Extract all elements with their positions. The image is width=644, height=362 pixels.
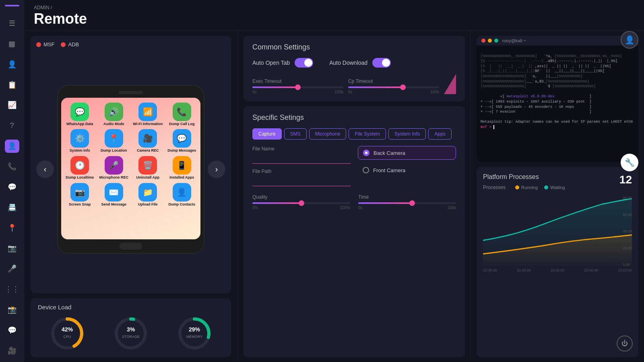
quality-slider-group: Quality 0% 100% [252, 194, 350, 210]
cpu-gauge-svg: 42% CPU [49, 315, 85, 352]
help-icon[interactable]: ? [5, 119, 19, 132]
exec-timeout-label: Exec Timeout [252, 78, 343, 84]
phone-body: 💬 WhatsApp Data 🔊 Audio Mode 📶 Wi-Fi Inf… [57, 85, 204, 254]
app-micrec-label: Microphone REC [99, 176, 128, 180]
tab-systeminfo[interactable]: System Info [388, 128, 426, 140]
wrench-button[interactable]: 🔧 [621, 154, 638, 171]
tab-microphone[interactable]: Microphone [309, 128, 347, 140]
app-screensnap-label: Screen Snap [69, 203, 91, 207]
filename-input[interactable] [252, 152, 351, 164]
storage-gauge: 3% STORAGE [113, 315, 149, 352]
quality-track [252, 202, 350, 204]
next-arrow[interactable]: › [208, 160, 225, 178]
auto-open-tab-switch[interactable] [295, 58, 313, 68]
app-audio-icon: 🔊 [105, 103, 123, 121]
quality-label: Quality [252, 194, 350, 200]
app-messages[interactable]: 💬 Dump Messages [167, 129, 198, 153]
terminal-title: rooy@kali:~ [502, 38, 526, 43]
time-fill [358, 202, 412, 204]
users-icon[interactable]: 👤 [5, 58, 19, 71]
app-localtime-icon: 🕐 [70, 156, 89, 175]
app-dumpcontacts[interactable]: 👤 Dump Contacts [167, 183, 198, 207]
app-camerarec[interactable]: 🎥 Camera REC [132, 129, 163, 153]
y-axis-labels: 80.00 60.00 40.00 20.00 0.00 [623, 195, 632, 267]
app-whatsapp-icon: 💬 [70, 103, 89, 121]
messages-icon[interactable]: 💬 [5, 323, 19, 337]
app-wifi[interactable]: 📶 Wi-Fi Information [132, 103, 163, 126]
app-location-icon: 📍 [105, 129, 123, 148]
phone-icon[interactable]: 📞 [5, 160, 19, 173]
dashboard-icon[interactable]: ▦ [5, 37, 19, 51]
app-calllog-icon: 📞 [173, 103, 191, 121]
mic-icon[interactable]: 🎤 [5, 262, 19, 276]
app-uploadfile-label: Upload File [138, 203, 158, 207]
front-camera-option[interactable]: Front Camera [358, 164, 456, 177]
app-sendmsg[interactable]: ✉️ Send Message [99, 183, 130, 207]
term-dot-green [494, 39, 498, 43]
cp-timeout-group: Cp Timeout 0s 100s [348, 78, 439, 94]
avatar[interactable]: 👤 [621, 31, 638, 49]
time-min: 0s [358, 206, 363, 210]
x-axis-labels: 22:35:00 22:45:00 22:55:00 23:05:00 23:1… [483, 268, 632, 272]
app-uninstall[interactable]: 🗑️ Uninstall App [132, 156, 163, 180]
tab-sms[interactable]: SMS [284, 128, 307, 140]
breadcrumb: ADMIN / [34, 5, 634, 10]
cp-timeout-thumb[interactable] [400, 84, 406, 90]
prev-arrow[interactable]: ‹ [36, 160, 54, 178]
contacts-icon[interactable]: 📇 [5, 201, 19, 214]
tab-capture[interactable]: Capture [252, 128, 282, 140]
time-thumb[interactable] [409, 200, 415, 206]
device-load-title: Device Load [38, 304, 224, 311]
tabs-row: Capture SMS Microphone File System Syste… [252, 128, 456, 140]
filepath-input[interactable] [252, 175, 351, 186]
auto-download-switch[interactable] [372, 58, 391, 68]
specific-settings-card: Specific Setings Capture SMS Microphone … [244, 106, 465, 357]
app-whatsapp[interactable]: 💬 WhatsApp Data [64, 103, 95, 126]
back-camera-option[interactable]: Back Camera [358, 146, 456, 160]
screenshot-icon[interactable]: 📸 [5, 303, 19, 316]
common-settings-card: Common Settings Auto Open Tab Auto Downl… [244, 36, 465, 101]
back-camera-label: Back Camera [374, 150, 405, 156]
reports-icon[interactable]: 📋 [5, 78, 19, 91]
terminal-body[interactable]: [%%%%%%%%%%%%%__%%%%%%%%%] `?a, [%%%%%%%… [477, 45, 638, 162]
quality-thumb[interactable] [299, 200, 304, 206]
profile-icon[interactable]: 👤 [5, 140, 19, 153]
video-icon[interactable]: 🎥 [5, 344, 19, 357]
app-installedapps-icon: 📱 [173, 156, 191, 175]
tab-apps[interactable]: Apps [428, 128, 451, 140]
app-audio[interactable]: 🔊 Audio Mode [99, 103, 130, 126]
adb-label: ADB [68, 41, 79, 47]
exec-timeout-min: 0s [252, 90, 257, 94]
app-calllog[interactable]: 📞 Dump Call Log [167, 103, 198, 126]
app-screensnap[interactable]: 📷 Screen Snap [64, 183, 95, 207]
app-dumpcontacts-icon: 👤 [173, 183, 191, 202]
camera-icon[interactable]: 📷 [5, 242, 19, 255]
quality-max: 100% [340, 206, 350, 210]
app-sysinfo[interactable]: ⚙️ System Info [64, 129, 95, 153]
chat-icon[interactable]: 💬 [5, 180, 19, 193]
apps-grid-icon[interactable]: ⋮⋮ [5, 283, 19, 296]
running-dot [515, 185, 519, 189]
app-location[interactable]: 📍 Dump Location [99, 129, 130, 153]
phone-home-button[interactable] [120, 243, 142, 250]
app-camerarec-label: Camera REC [137, 149, 159, 153]
time-slider-group: Time 0s 100s [358, 194, 456, 210]
cp-timeout-fill [348, 86, 403, 88]
msf-dot [36, 42, 41, 47]
analytics-icon[interactable]: 📈 [5, 99, 19, 112]
exec-timeout-thumb[interactable] [295, 84, 301, 90]
device-load-section: Device Load 42% CPU [31, 298, 231, 357]
memory-gauge-svg: 29% MEMORY [176, 315, 213, 352]
app-uploadfile[interactable]: 📁 Upload File [132, 183, 163, 207]
tab-filesystem[interactable]: File System [349, 128, 386, 140]
app-localtime[interactable]: 🕐 Dump Localtime [64, 156, 95, 180]
header: ADMIN / Remote [24, 0, 644, 31]
menu-icon[interactable]: ☰ [5, 17, 19, 30]
app-micrec[interactable]: 🎤 Microphone REC [99, 156, 130, 180]
location-icon[interactable]: 📍 [5, 221, 19, 234]
app-whatsapp-label: WhatsApp Data [66, 122, 93, 126]
cp-timeout-max: 100s [430, 90, 439, 94]
app-installedapps[interactable]: 📱 Installed Apps [167, 156, 198, 180]
triangle-decoration [444, 74, 456, 94]
power-button[interactable]: ⏻ [617, 335, 633, 352]
